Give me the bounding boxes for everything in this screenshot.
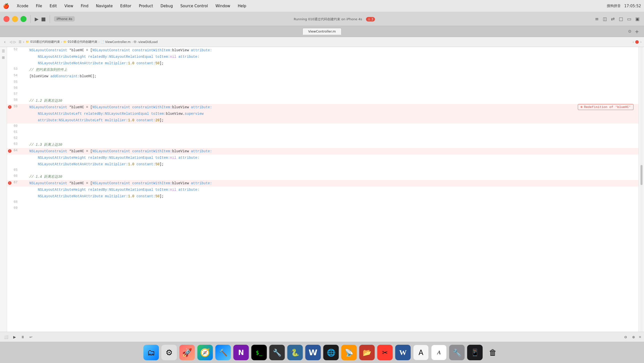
breadcrumb-nav-left[interactable]: ‹: [2, 39, 7, 45]
nav-forward-button[interactable]: ▷: [14, 40, 16, 44]
dock-text-editor[interactable]: A: [413, 345, 429, 360]
tab-add-button[interactable]: +: [635, 29, 639, 35]
line-content-52b[interactable]: NSLayoutAttributeHeight relatedBy:NSLayo…: [20, 54, 638, 60]
menu-window[interactable]: Window: [214, 3, 232, 9]
menu-debug[interactable]: Debug: [159, 3, 174, 9]
line-content-52[interactable]: NSLayoutConstraint *blueHC = [NSLayoutCo…: [20, 47, 638, 54]
line-content-59[interactable]: NSLayoutConstraint *blueHC = [NSLayoutCo…: [20, 104, 638, 111]
layout-icon-1[interactable]: ≡: [594, 15, 600, 23]
zoom-out-button[interactable]: ⊖: [623, 334, 629, 340]
dock-trash[interactable]: 🗑: [485, 345, 500, 360]
scrollbar-thumb[interactable]: [640, 165, 642, 185]
right-scrollbar[interactable]: [638, 47, 644, 342]
line-content-64b[interactable]: NSLayoutAttributeHeight relatedBy:NSLayo…: [20, 155, 638, 161]
menu-editor[interactable]: Editor: [119, 3, 133, 9]
line-content-60[interactable]: [20, 124, 638, 125]
line-content-67b[interactable]: NSLayoutAttributeHeight relatedBy:NSLayo…: [20, 186, 638, 193]
menu-find[interactable]: Find: [79, 3, 90, 9]
dock-word[interactable]: W: [305, 345, 321, 360]
zoom-in-button[interactable]: ⊕: [631, 334, 637, 340]
menu-xcode[interactable]: Xcode: [15, 3, 30, 9]
menu-source-control[interactable]: Source Control: [179, 3, 210, 9]
layout-icon-6[interactable]: ▣: [634, 15, 640, 23]
vertical-scrollbar[interactable]: [640, 47, 643, 342]
line-content-53[interactable]: // 把约束添加到控件上: [20, 67, 638, 73]
error-badge[interactable]: ⚠ 3: [366, 17, 375, 22]
line-content-55[interactable]: [20, 80, 638, 81]
menu-edit[interactable]: Edit: [48, 3, 58, 9]
breadcrumb-file[interactable]: ViewController.m: [105, 40, 131, 44]
menu-help[interactable]: Help: [236, 3, 248, 9]
line-content-54[interactable]: [blueView addConstraint:blueHC];: [20, 73, 638, 80]
stop-button[interactable]: ■: [41, 16, 46, 22]
window-close-button[interactable]: [4, 16, 10, 22]
code-line-67: ! 67 NSLayoutConstraint *blueHC = [NSLay…: [7, 180, 638, 186]
code-editor[interactable]: 52 NSLayoutConstraint *blueHC = [NSLayou…: [7, 47, 638, 342]
line-content-64[interactable]: NSLayoutConstraint *blueHC = [NSLayoutCo…: [20, 148, 638, 155]
bottom-icon-pause[interactable]: ⏸: [20, 334, 26, 340]
breadcrumb-method[interactable]: -viewDidLoad: [138, 40, 158, 44]
run-button[interactable]: ▶: [35, 16, 38, 22]
line-content-58[interactable]: // 1.2 距离左边30: [20, 98, 638, 104]
menu-file[interactable]: File: [34, 3, 44, 9]
dock-finder[interactable]: 🗂: [144, 345, 159, 360]
active-tab[interactable]: ViewController.m: [302, 28, 342, 35]
navigator-icon[interactable]: ☰: [2, 49, 5, 53]
breadcrumb-project[interactable]: 010通过代码创建约束: [30, 40, 60, 44]
line-content-67c[interactable]: NSLayoutAttributeNotAnAttribute multipli…: [20, 193, 638, 199]
line-content-62[interactable]: [20, 136, 638, 137]
layout-icon-4[interactable]: □: [618, 15, 624, 23]
line-content-66[interactable]: // 1.4 距离右边30: [20, 174, 638, 180]
close-panel-button[interactable]: ✕: [638, 335, 642, 339]
breadcrumb-folder[interactable]: 010通过代码创建约束: [68, 40, 98, 44]
tab-settings-icon[interactable]: ⚙: [628, 29, 632, 34]
dock-word-2[interactable]: W: [395, 345, 411, 360]
line-content-67[interactable]: NSLayoutConstraint *blueHC = [NSLayoutCo…: [20, 180, 638, 186]
device-selector[interactable]: iPhone 4s: [54, 16, 75, 22]
line-content-63[interactable]: // 1.3 距离上边30: [20, 142, 638, 148]
window-minimize-button[interactable]: [12, 16, 18, 22]
dock-settings-app[interactable]: 🔧: [449, 345, 465, 360]
line-content-61[interactable]: [20, 130, 638, 131]
dock-app-hammer[interactable]: 🔧: [269, 345, 285, 360]
dock-system-preferences[interactable]: ⚙️: [161, 345, 177, 360]
layout-icon-5[interactable]: ▭: [626, 15, 632, 23]
breadcrumb-list-icon[interactable]: ☰: [18, 40, 22, 44]
dock-font[interactable]: A: [431, 345, 447, 360]
inspector-icon[interactable]: ⊞: [2, 56, 5, 60]
bottom-icon-view[interactable]: ⬜: [2, 334, 10, 340]
menu-product[interactable]: Product: [138, 3, 155, 9]
dock-app-broadcast[interactable]: 📡: [341, 345, 357, 360]
line-content-56[interactable]: [20, 86, 638, 87]
line-content-52c[interactable]: NSLayoutAttributeNotAnAttribute multipli…: [20, 60, 638, 67]
bottom-icon-run[interactable]: ▶: [12, 334, 18, 340]
dock-filezilla[interactable]: 📂: [359, 345, 375, 360]
dock-ios-simulator[interactable]: 📱: [467, 345, 483, 360]
dock-network[interactable]: 🌐: [323, 345, 339, 360]
menu-navigate[interactable]: Navigate: [94, 3, 114, 9]
line-content-57[interactable]: [20, 92, 638, 93]
dock-launchpad[interactable]: 🚀: [179, 345, 195, 360]
dock-python[interactable]: 🐍: [287, 345, 303, 360]
line-content-59c[interactable]: attribute:NSLayoutAttributeLeft multipli…: [20, 117, 638, 124]
dock-app-cut[interactable]: ✂️: [377, 345, 393, 360]
line-content-59b[interactable]: NSLayoutAttributeLeft relatedBy:NSLayout…: [20, 111, 638, 117]
line-content-65[interactable]: [20, 168, 638, 169]
bc-folder-icon-2: 📁: [63, 40, 67, 44]
menu-view[interactable]: View: [63, 3, 75, 9]
nav-back-button[interactable]: ◁: [10, 40, 12, 44]
line-content-68[interactable]: [20, 199, 638, 200]
breadcrumb-nav-prev[interactable]: ‹: [632, 40, 634, 44]
dock-xcode[interactable]: 🔨: [215, 345, 231, 360]
line-content-69[interactable]: [20, 205, 638, 206]
layout-icon-3[interactable]: ⇄: [610, 15, 616, 23]
apple-menu-icon[interactable]: 🍎: [3, 3, 9, 9]
dock-terminal[interactable]: $_: [251, 345, 267, 360]
dock-onenote[interactable]: N: [233, 345, 249, 360]
breadcrumb-nav-next[interactable]: ›: [640, 40, 642, 44]
window-maximize-button[interactable]: [20, 16, 26, 22]
dock-safari[interactable]: 🧭: [197, 345, 213, 360]
bottom-icon-back[interactable]: ↩: [28, 334, 34, 340]
line-content-64c[interactable]: NSLayoutAttributeNotAnAttribute multipli…: [20, 161, 638, 168]
layout-icon-2[interactable]: ◫: [602, 15, 608, 23]
